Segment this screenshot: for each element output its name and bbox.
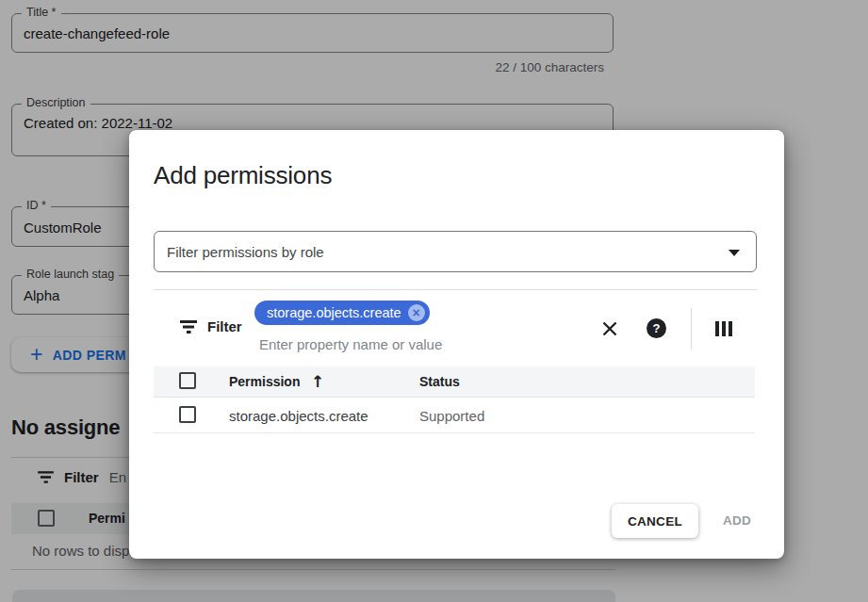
filter-by-role-dropdown-label: Filter permissions by role xyxy=(167,244,324,260)
dialog-title: Add permissions xyxy=(154,161,332,190)
filter-help-button[interactable]: ? xyxy=(647,318,666,338)
caret-down-icon xyxy=(729,250,740,256)
chip-remove-icon[interactable]: × xyxy=(408,304,425,321)
permission-cell: storage.objects.create xyxy=(229,407,368,423)
column-display-options-button[interactable] xyxy=(714,321,733,339)
permission-column-header[interactable]: Permission xyxy=(229,374,300,389)
columns-icon xyxy=(714,321,733,336)
permissions-table-header: Permission ↑ Status xyxy=(154,366,755,398)
toolbar-top-divider xyxy=(154,289,757,290)
add-permissions-dialog: Add permissions Filter permissions by ro… xyxy=(129,130,784,559)
permissions-filter-bar: Filter xyxy=(180,318,242,334)
filter-label: Filter xyxy=(207,318,242,334)
add-button[interactable]: ADD xyxy=(723,504,751,538)
filter-chip-text: storage.objects.create xyxy=(267,305,401,320)
filter-chip-storage-objects-create[interactable]: storage.objects.create × xyxy=(254,301,430,325)
close-x-icon xyxy=(600,319,619,338)
status-cell: Supported xyxy=(419,407,484,423)
help-icon: ? xyxy=(647,318,666,338)
status-column-header[interactable]: Status xyxy=(419,374,460,389)
filter-by-role-dropdown[interactable]: Filter permissions by role xyxy=(154,231,757,272)
sort-ascending-icon[interactable]: ↑ xyxy=(311,372,324,391)
row-checkbox[interactable] xyxy=(179,406,196,423)
clear-filters-button[interactable] xyxy=(600,319,619,341)
toolbar-vertical-divider xyxy=(691,308,692,350)
select-all-checkbox[interactable] xyxy=(179,372,196,389)
table-row[interactable]: storage.objects.create Supported xyxy=(154,398,755,433)
filter-icon xyxy=(180,320,197,334)
cancel-button[interactable]: CANCEL xyxy=(612,504,698,538)
filter-input-placeholder[interactable]: Enter property name or value xyxy=(259,336,442,352)
